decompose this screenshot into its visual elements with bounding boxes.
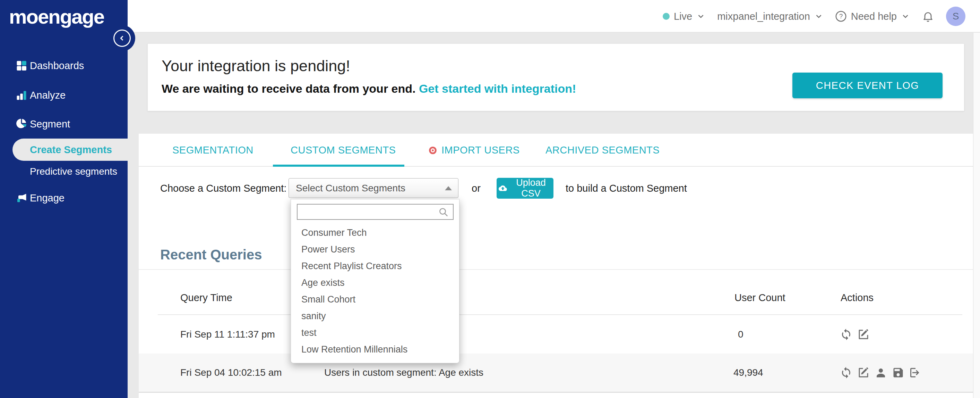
notifications-button[interactable] xyxy=(922,10,934,22)
divider xyxy=(139,392,973,393)
tab-segmentation[interactable]: SEGMENTATION xyxy=(172,134,253,167)
caret-up-icon xyxy=(445,186,452,190)
refresh-icon[interactable] xyxy=(840,328,853,341)
moengage-app: Live mixpanel_integration ? Need help xyxy=(0,0,980,398)
tabs-bar: SEGMENTATION CUSTOM SEGMENTS IMPORT USER… xyxy=(139,134,973,167)
segment-option[interactable]: Small Cohort xyxy=(291,291,459,308)
need-help-dropdown[interactable]: ? Need help xyxy=(835,10,910,22)
banner-title: Your integration is pending! xyxy=(162,57,350,75)
segment-option[interactable]: Age exists xyxy=(291,274,459,291)
tab-label: CUSTOM SEGMENTS xyxy=(291,144,396,156)
tab-label: SEGMENTATION xyxy=(172,144,253,156)
scrollbar-track[interactable] xyxy=(973,33,980,398)
integration-banner: Your integration is pending! We are wait… xyxy=(147,43,964,111)
sidebar: moengage Dashboards xyxy=(0,0,127,398)
refresh-icon[interactable] xyxy=(840,366,853,379)
segment-pie-icon xyxy=(15,118,28,130)
dashboards-grid-icon xyxy=(15,59,28,72)
upload-csv-label: Upload CSV xyxy=(511,177,551,199)
sidebar-item-dashboards[interactable]: Dashboards xyxy=(0,55,127,77)
query-cell: Users in custom segment: Age exists xyxy=(324,367,484,378)
user-count-cell: 0 xyxy=(738,329,743,340)
select-value: Select Custom Segments xyxy=(296,183,406,194)
sidebar-item-engage[interactable]: Engage xyxy=(0,187,127,209)
segment-search-input[interactable] xyxy=(297,204,453,220)
user-icon[interactable] xyxy=(875,366,887,379)
record-dot-icon xyxy=(428,146,437,155)
search-icon xyxy=(438,207,449,217)
or-text: or xyxy=(472,183,480,194)
tab-label: ARCHIVED SEGMENTS xyxy=(546,144,660,156)
segment-option[interactable]: Low Retention Millennials xyxy=(291,341,459,358)
sidebar-item-label: Predictive segments xyxy=(30,166,117,177)
row-actions xyxy=(840,328,870,341)
avatar[interactable]: S xyxy=(946,6,966,26)
segment-option[interactable]: Recent Playlist Creators xyxy=(291,258,459,274)
export-icon[interactable] xyxy=(909,366,922,379)
tab-label: IMPORT USERS xyxy=(441,144,520,156)
build-segment-text: to build a Custom Segment xyxy=(566,183,687,194)
column-header-actions: Actions xyxy=(841,292,873,304)
sidebar-item-label: Segment xyxy=(30,118,70,130)
custom-segment-select[interactable]: Select Custom Segments xyxy=(288,178,458,198)
engage-megaphone-icon xyxy=(15,192,28,204)
live-status-dot xyxy=(663,13,670,20)
table-row: Fri Sep 11 1:11:37 pm 0 xyxy=(139,315,973,353)
recent-queries-title: Recent Queries xyxy=(160,247,262,262)
segment-option[interactable]: Power Users xyxy=(291,241,459,258)
sidebar-item-label: Engage xyxy=(30,192,65,204)
chevron-down-icon xyxy=(901,12,910,21)
get-started-link[interactable]: Get started with integration! xyxy=(419,82,576,95)
moengage-logo: moengage xyxy=(9,5,104,28)
sidebar-item-label: Analyze xyxy=(30,90,65,101)
project-dropdown[interactable]: mixpanel_integration xyxy=(717,11,823,22)
choose-segment-label: Choose a Custom Segment: xyxy=(160,183,286,194)
sidebar-item-predictive-segments[interactable]: Predictive segments xyxy=(30,163,127,181)
topbar: Live mixpanel_integration ? Need help xyxy=(127,0,980,33)
table-row: Fri Sep 04 10:02:15 am Users in custom s… xyxy=(139,353,973,392)
row-actions xyxy=(840,366,922,379)
user-count-cell: 49,994 xyxy=(733,367,763,378)
project-name: mixpanel_integration xyxy=(717,11,810,22)
save-icon[interactable] xyxy=(892,366,904,379)
svg-text:?: ? xyxy=(839,13,843,20)
sidebar-item-label: Dashboards xyxy=(30,60,84,72)
help-circle-icon: ? xyxy=(835,10,847,22)
query-time-cell: Fri Sep 11 1:11:37 pm xyxy=(180,329,275,340)
edit-icon[interactable] xyxy=(857,328,870,341)
sidebar-item-segment[interactable]: Segment xyxy=(0,113,127,135)
topbar-right: Live mixpanel_integration ? Need help xyxy=(663,0,966,33)
tab-custom-segments[interactable]: CUSTOM SEGMENTS xyxy=(291,134,396,167)
divider xyxy=(139,269,973,270)
sidebar-item-analyze[interactable]: Analyze xyxy=(0,85,127,106)
cloud-upload-icon xyxy=(499,183,507,193)
column-header-user-count: User Count xyxy=(735,292,786,304)
need-help-label: Need help xyxy=(851,11,897,22)
upload-csv-button[interactable]: Upload CSV xyxy=(496,178,554,199)
tab-import-users[interactable]: IMPORT USERS xyxy=(428,134,520,167)
tab-archived-segments[interactable]: ARCHIVED SEGMENTS xyxy=(546,134,660,167)
analyze-bars-icon xyxy=(15,89,28,101)
sidebar-collapse-button[interactable] xyxy=(113,30,131,47)
segments-panel: SEGMENTATION CUSTOM SEGMENTS IMPORT USER… xyxy=(139,134,973,398)
check-event-log-button[interactable]: CHECK EVENT LOG xyxy=(792,73,943,98)
segment-option[interactable]: sanity xyxy=(291,308,459,324)
column-header-query-time: Query Time xyxy=(180,292,232,304)
banner-subtitle: We are waiting to receive data from your… xyxy=(162,82,576,96)
sidebar-item-label: Create Segments xyxy=(30,144,112,156)
environment-label: Live xyxy=(674,11,692,22)
query-time-cell: Fri Sep 04 10:02:15 am xyxy=(180,367,282,378)
bell-icon xyxy=(922,10,934,22)
banner-subtitle-text: We are waiting to receive data from your… xyxy=(162,82,415,95)
chevron-down-icon xyxy=(696,12,705,21)
environment-dropdown[interactable]: Live xyxy=(663,11,705,22)
segment-option[interactable]: test xyxy=(291,324,459,341)
segment-options-list: Consumer Tech Power Users Recent Playlis… xyxy=(291,224,459,358)
chevron-down-icon xyxy=(814,12,823,21)
sidebar-item-create-segments[interactable]: Create Segments xyxy=(13,139,127,161)
custom-segment-dropdown: Consumer Tech Power Users Recent Playlis… xyxy=(291,199,460,363)
segment-option[interactable]: Consumer Tech xyxy=(291,224,459,241)
active-tab-underline xyxy=(273,165,404,167)
avatar-initial: S xyxy=(953,11,959,22)
edit-icon[interactable] xyxy=(857,366,870,379)
